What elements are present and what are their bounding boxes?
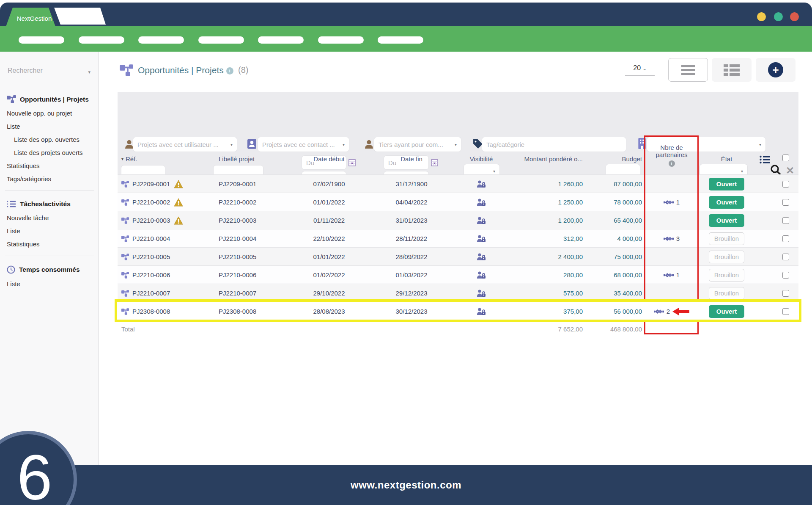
warning-icon: [174, 180, 183, 188]
grid-view-button[interactable]: [712, 58, 752, 82]
row-end-date: 04/04/2022: [373, 193, 450, 211]
nav-item-redacted[interactable]: [19, 36, 64, 44]
sidebar-item[interactable]: Liste: [7, 224, 92, 237]
list-view-button[interactable]: [668, 58, 708, 82]
nav-item-redacted[interactable]: [79, 36, 124, 44]
info-icon[interactable]: i: [669, 160, 675, 167]
row-ref[interactable]: PJ2210-0002: [121, 193, 219, 211]
row-start-date: 01/01/2022: [293, 193, 365, 211]
sidebar-item[interactable]: Liste des opp. ouvertes: [7, 133, 92, 146]
column-start[interactable]: Date début: [293, 155, 365, 163]
row-checkbox-cell[interactable]: [777, 248, 794, 266]
row-state[interactable]: Ouvert: [699, 211, 754, 229]
row-checkbox-cell[interactable]: [777, 284, 794, 302]
select-all-checkbox[interactable]: [782, 155, 789, 161]
table-row[interactable]: PJ2210-0003PJ2210-000301/11/202231/01/20…: [118, 211, 798, 229]
column-visibility[interactable]: Visibilité: [454, 155, 509, 163]
sidebar-section-title[interactable]: Temps consommés: [7, 262, 92, 277]
row-state[interactable]: Brouillon: [699, 284, 754, 302]
status-badge: Brouillon: [709, 232, 744, 245]
column-amount[interactable]: Montant pondéré o...: [513, 155, 583, 163]
sidebar-item[interactable]: Liste: [7, 120, 92, 133]
row-checkbox[interactable]: [782, 181, 789, 188]
nav-item-redacted[interactable]: [138, 36, 184, 44]
column-budget[interactable]: Budget: [585, 155, 642, 163]
row-label: PJ2209-0001: [219, 175, 291, 193]
row-ref[interactable]: PJ2210-0004: [121, 229, 219, 248]
row-amount: 1 200,00: [513, 211, 583, 229]
row-checkbox[interactable]: [782, 217, 789, 224]
row-state[interactable]: Brouillon: [699, 248, 754, 266]
sidebar-item[interactable]: Liste des projets ouverts: [7, 146, 92, 159]
row-state[interactable]: Ouvert: [699, 193, 754, 211]
row-ref[interactable]: PJ2209-0001: [121, 175, 219, 193]
row-actions-icon[interactable]: [760, 155, 772, 164]
row-checkbox-cell[interactable]: [777, 175, 794, 193]
column-ref[interactable]: ▾ Réf.: [121, 155, 219, 163]
row-checkbox[interactable]: [782, 308, 789, 315]
row-checkbox[interactable]: [782, 272, 789, 279]
window-dot-red-icon[interactable]: [790, 12, 799, 21]
sidebar-item[interactable]: Statistiques: [7, 159, 92, 172]
row-state[interactable]: Brouillon: [699, 266, 754, 284]
window-dot-green-icon[interactable]: [774, 12, 783, 21]
brand-tab: NextGestion: [5, 8, 63, 29]
row-checkbox-cell[interactable]: [777, 193, 794, 211]
table-row[interactable]: PJ2210-0006PJ2210-000601/02/202201/03/20…: [118, 265, 798, 284]
status-badge: Brouillon: [709, 287, 744, 300]
column-label[interactable]: Libellé projet: [219, 155, 291, 163]
row-state[interactable]: Ouvert: [699, 302, 754, 320]
column-state[interactable]: État: [699, 155, 754, 163]
sidebar-item[interactable]: Tags/catégories: [7, 172, 92, 185]
handshake-icon: [664, 199, 674, 205]
sitemap-icon: [121, 199, 129, 206]
row-partners: [646, 248, 697, 266]
row-ref[interactable]: PJ2308-0008: [121, 302, 219, 320]
table-row[interactable]: PJ2308-0008PJ2308-000828/08/202330/12/20…: [118, 302, 798, 320]
table-row[interactable]: PJ2210-0005PJ2210-000501/01/202228/09/20…: [118, 247, 798, 265]
table-row[interactable]: PJ2209-0001PJ2209-000107/02/190031/12/19…: [118, 174, 798, 193]
sidebar-item[interactable]: Nouvelle tâche: [7, 211, 92, 224]
divider: [5, 190, 94, 191]
row-end-date: 28/11/2022: [373, 229, 450, 248]
column-partners[interactable]: Nbre de partenaires i: [646, 144, 697, 167]
table-row[interactable]: PJ2210-0004PJ2210-000422/10/202228/11/20…: [118, 229, 798, 247]
page-size-select[interactable]: 20 ⌄: [625, 64, 655, 76]
sidebar-item[interactable]: Statistiques: [7, 237, 92, 251]
row-checkbox-cell[interactable]: [777, 302, 794, 320]
row-checkbox[interactable]: [782, 235, 789, 242]
table-row[interactable]: PJ2210-0007PJ2210-000729/10/202229/12/20…: [118, 284, 798, 302]
row-start-date: 01/11/2022: [293, 211, 365, 229]
sidebar-section-title[interactable]: Opportunités | Projets: [7, 92, 92, 107]
nav-item-redacted[interactable]: [378, 36, 423, 44]
column-end[interactable]: Date fin: [373, 155, 450, 163]
row-checkbox-cell[interactable]: [777, 211, 794, 229]
sidebar-section-title[interactable]: Tâches/activités: [7, 197, 92, 211]
sidebar-section: Opportunités | ProjetsNouvelle opp. ou p…: [7, 87, 92, 185]
sidebar-item[interactable]: Nouvelle opp. ou projet: [7, 107, 92, 120]
sidebar-search-select[interactable]: Rechercher ▾: [7, 64, 92, 79]
row-label: PJ2210-0004: [219, 229, 291, 248]
sidebar-item[interactable]: Liste: [7, 277, 92, 290]
nav-item-redacted[interactable]: [318, 36, 364, 44]
nav-item-redacted[interactable]: [258, 36, 304, 44]
row-ref[interactable]: PJ2210-0006: [121, 266, 219, 284]
add-button[interactable]: +: [756, 58, 796, 82]
row-checkbox[interactable]: [782, 199, 789, 206]
info-icon[interactable]: i: [226, 67, 233, 75]
row-checkbox-cell[interactable]: [777, 229, 794, 248]
nav-item-redacted[interactable]: [198, 36, 244, 44]
visibility-icon: [454, 211, 509, 229]
row-state[interactable]: Ouvert: [699, 175, 754, 193]
row-checkbox[interactable]: [782, 254, 789, 260]
row-ref[interactable]: PJ2210-0003: [121, 211, 219, 229]
row-checkbox-cell[interactable]: [777, 266, 794, 284]
row-state[interactable]: Brouillon: [699, 229, 754, 248]
row-ref[interactable]: PJ2210-0007: [121, 284, 219, 302]
table-row[interactable]: PJ2210-0002PJ2210-000201/01/202204/04/20…: [118, 193, 798, 211]
row-ref[interactable]: PJ2210-0005: [121, 248, 219, 266]
table-header: ▾ Réf. Libellé projet Date début Date fi…: [118, 141, 798, 174]
row-checkbox[interactable]: [782, 290, 789, 297]
secondary-tab[interactable]: [54, 8, 106, 25]
window-dot-yellow-icon[interactable]: [757, 12, 766, 21]
